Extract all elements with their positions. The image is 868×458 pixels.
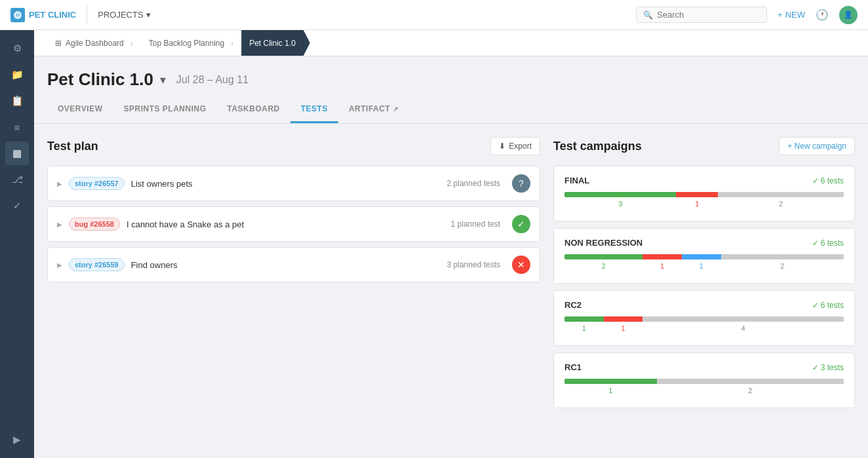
- nav-divider: [87, 5, 87, 25]
- progress-label-gray: 2: [718, 200, 844, 208]
- grid-icon: ⊞: [55, 39, 62, 48]
- campaign-name-nr: NON REGRESSION: [564, 238, 642, 248]
- campaign-tests-rc2: ✓6 tests: [812, 301, 844, 310]
- test-item-count-2: 1 planned test: [451, 219, 500, 229]
- export-button[interactable]: ⬇ Export: [490, 137, 540, 155]
- tab-taskboard[interactable]: TASKBOARD: [216, 96, 290, 123]
- breadcrumb-pet-clinic[interactable]: Pet Clinic 1.0: [241, 30, 310, 56]
- logo-text: PET CLINIC: [29, 10, 76, 20]
- tab-overview[interactable]: OVERVIEW: [47, 96, 113, 123]
- tab-tests[interactable]: TESTS: [290, 96, 338, 123]
- label-green-rc1: 1: [564, 387, 657, 394]
- campaigns-title: Test campaigns: [553, 140, 642, 153]
- top-nav: PET CLINIC PROJECTS ▾ 🔍 + NEW 🕐 👤: [0, 0, 868, 30]
- test-item: ▶ story #26557 List owners pets 2 planne…: [47, 166, 540, 201]
- sidebar-item-check[interactable]: ✓: [5, 194, 29, 218]
- logo-icon: [10, 8, 25, 22]
- test-item-count-3: 3 planned tests: [447, 260, 500, 269]
- check-icon-rc1: ✓: [812, 363, 819, 372]
- avatar[interactable]: 👤: [839, 6, 858, 24]
- expand-arrow-1[interactable]: ▶: [57, 180, 62, 187]
- title-dropdown-icon[interactable]: ▾: [160, 73, 166, 87]
- campaign-card-final: FINAL ✓6 tests 3 1 2: [553, 166, 855, 221]
- check-icon-nr: ✓: [812, 239, 819, 248]
- progress-bar-nr: 2 1 1 2: [564, 254, 844, 270]
- progress-bar-final: 3 1 2: [564, 192, 844, 208]
- tab-artifact[interactable]: ARTIFACT ↗: [338, 96, 409, 123]
- test-item: ▶ bug #26558 I cannot have a Snake as a …: [47, 206, 540, 242]
- search-bar[interactable]: 🔍: [636, 7, 767, 23]
- campaign-card-non-regression: NON REGRESSION ✓6 tests 2 1: [553, 228, 855, 284]
- sidebar-item-list[interactable]: ≡: [5, 115, 29, 139]
- sidebar-item-expand[interactable]: ▶: [5, 428, 29, 451]
- campaign-name-rc1: RC1: [564, 362, 582, 372]
- breadcrumb-agile-dashboard[interactable]: ⊞ Agile Dashboard ›: [47, 30, 141, 56]
- breadcrumb-backlog[interactable]: Top Backlog Planning ›: [141, 30, 241, 56]
- progress-red: [676, 192, 718, 197]
- test-status-icon-3: ✕: [512, 256, 530, 274]
- history-button[interactable]: 🕐: [816, 9, 829, 21]
- breadcrumb: ⊞ Agile Dashboard › Top Backlog Planning…: [34, 30, 868, 56]
- test-status-icon-2: ✓: [512, 215, 530, 233]
- sidebar-item-copy[interactable]: 📋: [5, 89, 29, 113]
- chevron-right-icon-2: ›: [231, 39, 233, 48]
- progress-gray-rc2: [642, 316, 844, 322]
- tag-bug-26558[interactable]: bug #26558: [69, 218, 120, 231]
- search-icon: 🔍: [643, 10, 653, 20]
- progress-bar-rc2: 1 1 4: [564, 316, 844, 332]
- test-item-title-2: I cannot have a Snake as a pet: [127, 219, 444, 229]
- progress-label-red: 1: [676, 200, 718, 208]
- label-gray-rc2: 4: [642, 324, 844, 332]
- search-input[interactable]: [657, 10, 760, 20]
- progress-red-nr: [642, 254, 682, 259]
- chevron-down-icon: ▾: [146, 10, 151, 20]
- sidebar-item-dashboard[interactable]: ▦: [5, 142, 29, 165]
- test-plan-title: Test plan: [47, 140, 98, 153]
- label-blue-nr: 1: [682, 262, 721, 270]
- test-campaigns-section: Test campaigns + New campaign FINAL ✓6 t…: [553, 137, 855, 451]
- test-item-count-1: 2 planned tests: [447, 179, 500, 188]
- campaign-tests-final: ✓6 tests: [812, 176, 844, 185]
- label-red-nr: 1: [642, 262, 682, 270]
- main-content: ⊞ Agile Dashboard › Top Backlog Planning…: [34, 30, 868, 458]
- campaigns-header: Test campaigns + New campaign: [553, 137, 855, 155]
- progress-green-nr: [564, 254, 642, 259]
- sidebar-item-settings[interactable]: ⚙: [5, 37, 29, 60]
- test-plan-section: Test plan ⬇ Export ▶ story #26557 List o…: [47, 137, 540, 451]
- progress-blue-nr: [682, 254, 721, 259]
- campaign-tests-nr: ✓6 tests: [812, 239, 844, 248]
- new-button[interactable]: + NEW: [778, 10, 805, 20]
- progress-gray-rc1: [657, 379, 844, 384]
- progress-label-green: 3: [564, 200, 676, 208]
- tabs-bar: OVERVIEW SPRINTS PLANNING TASKBOARD TEST…: [34, 96, 868, 124]
- campaign-name-final: FINAL: [564, 176, 589, 185]
- progress-green: [564, 192, 676, 197]
- test-item-title-1: List owners pets: [131, 179, 441, 189]
- campaign-card-rc2: RC2 ✓6 tests 1 1 4: [553, 290, 855, 346]
- progress-red-rc2: [604, 316, 643, 322]
- new-campaign-button[interactable]: + New campaign: [779, 137, 855, 155]
- expand-arrow-3[interactable]: ▶: [57, 261, 62, 269]
- progress-green-rc1: [564, 379, 657, 384]
- label-gray-rc1: 2: [657, 387, 844, 394]
- progress-green-rc2: [564, 316, 604, 322]
- campaign-tests-rc1: ✓3 tests: [812, 363, 844, 372]
- page-header: Pet Clinic 1.0 ▾ Jul 28 – Aug 11: [34, 56, 868, 96]
- test-status-icon-1: ?: [512, 174, 530, 193]
- progress-gray: [718, 192, 844, 197]
- sidebar-item-git[interactable]: ⎇: [5, 168, 29, 191]
- check-icon-rc2: ✓: [812, 301, 819, 310]
- label-green-rc2: 1: [564, 324, 604, 332]
- chevron-right-icon: ›: [130, 39, 133, 48]
- app-logo[interactable]: PET CLINIC: [10, 8, 76, 22]
- sidebar-item-files[interactable]: 📁: [5, 63, 29, 86]
- label-gray-nr: 2: [721, 262, 844, 270]
- label-red-rc2: 1: [604, 324, 643, 332]
- tab-sprints-planning[interactable]: SPRINTS PLANNING: [113, 96, 216, 123]
- tag-story-26557[interactable]: story #26557: [69, 177, 125, 190]
- tag-story-26559[interactable]: story #26559: [69, 258, 125, 271]
- projects-menu[interactable]: PROJECTS ▾: [98, 10, 150, 20]
- check-icon: ✓: [812, 176, 819, 185]
- progress-gray-nr: [721, 254, 844, 259]
- expand-arrow-2[interactable]: ▶: [57, 221, 62, 228]
